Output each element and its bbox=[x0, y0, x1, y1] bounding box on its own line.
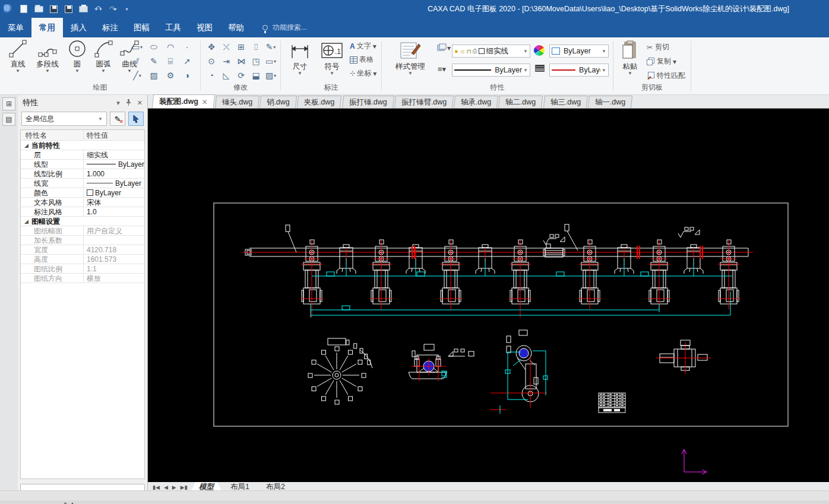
close-tab-icon[interactable]: ✕ bbox=[202, 97, 208, 106]
property-value[interactable]: ByLayer bbox=[84, 160, 144, 169]
doc-tab-轴承.dwg[interactable]: 轴承.dwg bbox=[454, 96, 499, 108]
pin-icon[interactable] bbox=[126, 99, 131, 107]
property-value[interactable]: 横放 bbox=[84, 274, 144, 283]
open-file-icon[interactable] bbox=[33, 4, 44, 14]
property-value[interactable]: 1.0 bbox=[84, 207, 144, 216]
menu-tab-标注[interactable]: 标注 bbox=[94, 18, 126, 37]
text-button[interactable]: A 文字▾ bbox=[350, 41, 376, 51]
linetype-dark-icon[interactable] bbox=[535, 65, 545, 72]
hatch-icon[interactable]: ▨ bbox=[146, 68, 162, 83]
doc-tab-轴三.dwg[interactable]: 轴三.dwg bbox=[543, 96, 588, 108]
point-icon[interactable]: · bbox=[179, 40, 195, 54]
rotate-icon[interactable]: ⟳ bbox=[233, 68, 249, 83]
doc-tab-振打锤.dwg[interactable]: 振打锤.dwg bbox=[342, 96, 394, 108]
block-icon[interactable]: ⌸ bbox=[163, 54, 178, 68]
menu-tab-工具[interactable]: 工具 bbox=[157, 18, 189, 37]
redo-icon[interactable]: ↷▾ bbox=[107, 4, 118, 14]
copy-button[interactable]: 复制▾ bbox=[647, 56, 685, 66]
select-entity-button[interactable] bbox=[128, 112, 144, 126]
property-value[interactable]: 1.000 bbox=[84, 169, 144, 178]
layer-combo[interactable]: ● ☼ ⊓ ⎙ 细实线 ▼ bbox=[452, 45, 530, 58]
dimension-button[interactable]: 尺寸▼ bbox=[286, 39, 314, 84]
menu-tab-帮助[interactable]: 帮助 bbox=[220, 18, 252, 37]
lineweight-combo[interactable]: ByLayer ▼ bbox=[549, 64, 609, 77]
next-sheet-icon[interactable]: ▶ bbox=[172, 484, 176, 490]
property-value[interactable] bbox=[84, 236, 144, 245]
draw-tool-圆[interactable]: 圆▼ bbox=[64, 37, 90, 83]
explode-icon[interactable]: ⬓ bbox=[248, 68, 264, 83]
color-combo[interactable]: ByLayer ▼ bbox=[549, 45, 609, 58]
customize-toolbar-icon[interactable]: ▾ bbox=[122, 4, 133, 14]
doc-tab-轴二.dwg[interactable]: 轴二.dwg bbox=[498, 96, 543, 108]
offset-icon[interactable]: ⊙ bbox=[204, 54, 219, 68]
properties-tab-icon[interactable]: ⊞ bbox=[2, 97, 15, 110]
panel-menu-icon[interactable]: ▾ bbox=[116, 99, 120, 107]
print-icon[interactable] bbox=[78, 4, 88, 14]
doc-tab-锤头.dwg[interactable]: 锤头.dwg bbox=[215, 96, 260, 108]
property-value[interactable]: 1:1 bbox=[84, 264, 144, 273]
table-button[interactable]: 表格 bbox=[350, 55, 376, 65]
move-icon[interactable]: ✥ bbox=[204, 40, 219, 54]
coordinate-button[interactable]: ⊹ 坐标▾ bbox=[350, 68, 376, 78]
app-logo-icon[interactable] bbox=[4, 4, 14, 14]
prev-sheet-icon[interactable]: ◀ bbox=[164, 484, 168, 490]
first-sheet-icon[interactable]: ▮◀ bbox=[153, 484, 160, 490]
undo-icon[interactable]: ↶▾ bbox=[93, 4, 103, 14]
doc-tab-振打锤臂.dwg[interactable]: 振打锤臂.dwg bbox=[394, 96, 454, 108]
doc-tab-销.dwg[interactable]: 销.dwg bbox=[260, 96, 297, 108]
corner-icon[interactable]: ◳ bbox=[248, 54, 264, 68]
doc-tab-夹板.dwg[interactable]: 夹板.dwg bbox=[297, 96, 342, 108]
lineweight-tool-icon[interactable]: ≡▾ bbox=[438, 65, 446, 74]
property-value[interactable]: 宋体 bbox=[84, 198, 144, 207]
library-tab-icon[interactable]: ▤ bbox=[2, 113, 15, 126]
menu-tab-图幅[interactable]: 图幅 bbox=[126, 18, 157, 37]
draw-tool-多段线[interactable]: 多段线▼ bbox=[31, 37, 64, 83]
function-search[interactable]: 功能搜索... bbox=[262, 18, 307, 37]
property-value[interactable]: 4120.718 bbox=[84, 245, 144, 254]
property-value[interactable]: 用户自定义 bbox=[84, 226, 144, 235]
ellipse-icon[interactable]: ⬭ bbox=[146, 40, 162, 54]
rect-icon[interactable]: ▭▾ bbox=[263, 54, 279, 68]
draw-tool-直线[interactable]: 直线▼ bbox=[5, 37, 31, 83]
arc-fit-icon[interactable]: ◠ bbox=[163, 40, 178, 54]
last-sheet-icon[interactable]: ▶▮ bbox=[181, 484, 188, 490]
symbol-button[interactable]: .1 符号▼ bbox=[318, 39, 346, 84]
break-icon[interactable]: ⤬ bbox=[219, 40, 234, 54]
save-as-icon[interactable] bbox=[63, 4, 74, 14]
extend-icon[interactable]: ⇥ bbox=[219, 54, 234, 68]
close-panel-icon[interactable]: ✕ bbox=[137, 99, 143, 107]
menu-tab-视图[interactable]: 视图 bbox=[189, 18, 220, 37]
stretch-icon[interactable]: ▨▾ bbox=[263, 68, 279, 83]
command-area[interactable] bbox=[0, 490, 829, 500]
color-wheel-icon[interactable] bbox=[534, 45, 545, 56]
property-group-label[interactable]: ◢当前特性 bbox=[21, 141, 60, 150]
property-value[interactable]: ByLayer bbox=[84, 188, 144, 197]
mirror-icon[interactable]: ⋈ bbox=[233, 54, 249, 68]
pick-icon[interactable]: ➚ bbox=[179, 54, 195, 68]
fillet-icon[interactable]: ◔ bbox=[204, 68, 219, 83]
draw-tool-圆弧[interactable]: 圆弧▼ bbox=[90, 37, 116, 83]
match-properties-button[interactable]: 特性匹配 bbox=[647, 71, 685, 81]
doc-tab-装配图.dwg[interactable]: 装配图.dwg✕ bbox=[152, 94, 215, 108]
sketch-icon[interactable]: ✎ bbox=[146, 54, 162, 68]
scope-combo[interactable]: 全局信息▼ bbox=[21, 112, 107, 126]
property-value[interactable]: ByLayer bbox=[84, 179, 144, 188]
property-value[interactable]: 细实线 bbox=[84, 150, 144, 159]
clear-edit-button[interactable]: ✎✕ bbox=[110, 112, 125, 126]
parallel-icon[interactable]: ⫽ bbox=[129, 54, 145, 68]
layer-tool-icon[interactable]: ▾ bbox=[436, 43, 451, 53]
paste-button[interactable]: 粘贴▼ bbox=[617, 39, 643, 84]
cut-button[interactable]: ✂ 剪切 bbox=[647, 42, 685, 52]
menu-tab-菜单[interactable]: 菜单 bbox=[0, 18, 31, 37]
new-file-icon[interactable] bbox=[18, 4, 29, 14]
rectangle-icon[interactable]: ▭▾ bbox=[129, 40, 145, 54]
doc-tab-轴一.dwg[interactable]: 轴一.dwg bbox=[588, 96, 633, 108]
taper-icon[interactable]: ◺ bbox=[219, 68, 234, 83]
style-manager-button[interactable]: 样式管理▼ bbox=[388, 39, 433, 84]
frame-icon[interactable]: ⌷ bbox=[248, 40, 264, 54]
axis-icon[interactable]: ╱▾ bbox=[129, 68, 145, 83]
menu-tab-插入[interactable]: 插入 bbox=[63, 18, 94, 37]
wipeout-icon[interactable]: ◑ bbox=[179, 68, 195, 83]
gear-icon[interactable]: ⚙ bbox=[163, 68, 178, 83]
linetype-combo[interactable]: ByLayer ▼ bbox=[452, 64, 530, 77]
